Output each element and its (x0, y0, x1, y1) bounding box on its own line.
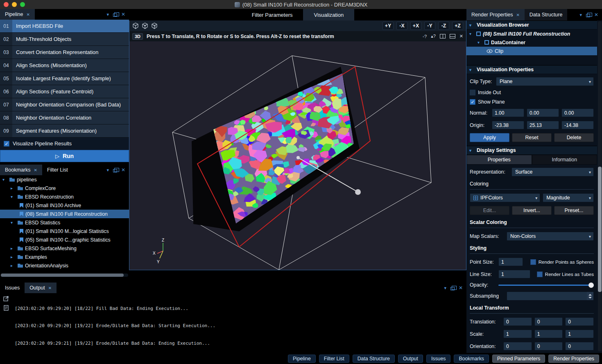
render-points-as-spheres-checkbox[interactable] (530, 259, 536, 265)
pipeline-filter-row[interactable]: 08 Neighbor Orientation Correlation (0, 111, 129, 124)
toggle-data-structure-button[interactable]: Data Structure (353, 355, 395, 363)
clip-type-dropdown[interactable]: Plane (496, 77, 594, 86)
eye-icon[interactable] (487, 49, 493, 53)
tree-item-small-in100-full-reconstruction[interactable]: (08) Small IN100 Full Reconstruction (0, 210, 129, 218)
origin-z-field[interactable] (561, 121, 594, 129)
split-horizontal-icon[interactable] (450, 34, 455, 38)
pipeline-filter-row[interactable]: 01 Import H5EBSD File (0, 20, 129, 33)
bookmarks-menu-caret-icon[interactable] (106, 167, 109, 173)
tree-item-small-in100-archive[interactable]: (01) Small IN100 Archive (0, 201, 129, 210)
scrollbar-thumb[interactable] (1, 274, 124, 277)
translation-y-field[interactable] (534, 317, 563, 326)
visualize-results-checkbox[interactable] (4, 141, 9, 147)
zoom-window-button[interactable] (20, 2, 25, 7)
visualization-browser-header[interactable]: Visualization Browser (466, 20, 597, 29)
display-settings-header[interactable]: Display Settings (466, 146, 597, 155)
minimize-window-button[interactable] (12, 2, 17, 7)
chevron-right-icon[interactable] (11, 246, 16, 251)
right-undock-icon[interactable] (586, 14, 590, 17)
chevron-right-icon[interactable] (11, 186, 16, 190)
translation-z-field[interactable] (565, 317, 594, 326)
translation-x-field[interactable] (503, 317, 532, 326)
coloring-component-dropdown[interactable]: Magnitude (543, 193, 594, 202)
chevron-down-icon[interactable] (469, 32, 474, 36)
split-vertical-icon[interactable] (440, 34, 446, 38)
camera-minus-y-button[interactable]: -Y (424, 22, 435, 30)
browser-item-datacontainer[interactable]: DataContainer (466, 38, 597, 47)
mode-3d-badge[interactable]: 3D (132, 33, 143, 40)
toggle-issues-button[interactable]: Issues (426, 355, 451, 363)
pipeline-filter-row[interactable]: 03 Convert Orientation Representation (0, 46, 129, 59)
scrollbar-thumb[interactable] (598, 167, 602, 292)
camera-plus-z-button[interactable]: +Z (452, 22, 463, 30)
projection-cube-icon[interactable] (151, 23, 158, 29)
tab-filter-parameters[interactable]: Filter Parameters (241, 9, 303, 20)
right-menu-caret-icon[interactable] (579, 12, 582, 18)
bookmarks-horizontal-scrollbar[interactable] (1, 274, 128, 277)
pipeline-menu-caret-icon[interactable] (106, 11, 109, 17)
origin-y-field[interactable] (527, 121, 559, 129)
pipeline-filter-row[interactable]: 04 Align Sections (Misorientation) (0, 59, 129, 72)
orientation-z-field[interactable] (565, 342, 594, 350)
toggle-output-button[interactable]: Output (398, 355, 423, 363)
toggle-filter-list-button[interactable]: Filter List (319, 355, 349, 363)
visualization-properties-header[interactable]: Visualization Properties (466, 65, 597, 74)
tab-filter-list[interactable]: Filter List (42, 165, 73, 175)
map-scalars-dropdown[interactable]: Non-Colors (507, 232, 594, 241)
3d-viewport-canvas[interactable]: Z X Y (129, 41, 466, 270)
apply-button[interactable]: Apply (470, 133, 509, 142)
tab-pipeline[interactable]: Pipeline (0, 9, 35, 20)
export-log-icon[interactable] (3, 295, 9, 302)
tab-properties[interactable]: Properties (466, 155, 532, 165)
tree-item-morphological-statistics[interactable]: (01) Small IN100 M...logical Statistics (0, 227, 129, 235)
console-log[interactable]: [2023:02:20 09:29:20] [18/22] Fill Bad D… (12, 293, 466, 353)
tab-information[interactable]: Information (532, 155, 597, 165)
camera-plus-x-button[interactable]: +X (410, 22, 421, 30)
opacity-slider[interactable] (498, 282, 594, 288)
coloring-array-dropdown[interactable]: IPFColors (470, 193, 540, 202)
scale-y-field[interactable] (534, 330, 563, 338)
point-size-field[interactable] (498, 258, 523, 266)
camera-plus-y-button[interactable]: +Y (382, 22, 394, 30)
tree-item-ebsd-statistics[interactable]: EBSD Statistics (0, 218, 129, 227)
tree-item-ebsd-surfacemeshing[interactable]: EBSD SurfaceMeshing (0, 244, 129, 253)
invert-colors-button[interactable]: Invert... (512, 206, 552, 215)
preset-colors-button[interactable]: Preset... (554, 206, 594, 215)
pipeline-close-icon[interactable] (121, 11, 125, 17)
origin-x-field[interactable] (492, 121, 524, 129)
delete-button[interactable]: Delete (554, 133, 594, 142)
tab-output[interactable]: Output (25, 283, 57, 293)
close-window-button[interactable] (4, 2, 9, 7)
tab-data-structure[interactable]: Data Structure (525, 9, 568, 20)
normal-y-field[interactable] (527, 109, 559, 117)
tree-item-orientationanalysis[interactable]: OrientationAnalysis (0, 261, 129, 270)
spin-up-icon[interactable] (588, 294, 592, 296)
orientation-x-field[interactable] (503, 342, 532, 350)
orientation-y-field[interactable] (534, 342, 563, 350)
reset-view-cube-icon[interactable] (132, 23, 139, 29)
chevron-down-icon[interactable] (469, 148, 474, 153)
close-viewport-icon[interactable] (459, 34, 463, 39)
browser-item-clip[interactable]: Clip (466, 47, 597, 55)
tree-item-examples[interactable]: Examples (0, 253, 129, 261)
chevron-down-icon[interactable] (11, 194, 16, 199)
camera-view-cube-icon[interactable] (142, 23, 148, 29)
inside-out-checkbox[interactable] (470, 90, 475, 95)
tab-issues[interactable]: Issues (0, 283, 25, 293)
chevron-down-icon[interactable] (478, 40, 482, 45)
normal-z-field[interactable] (561, 109, 594, 117)
tree-item-pipelines[interactable]: pipelines (0, 175, 129, 184)
right-panel-scrollbar[interactable] (598, 21, 602, 351)
bookmarks-undock-icon[interactable] (113, 169, 117, 172)
output-close-icon[interactable] (459, 285, 463, 291)
normal-x-field[interactable] (492, 109, 524, 117)
bookmarks-close-icon[interactable] (121, 167, 125, 173)
pipeline-filter-row[interactable]: 06 Align Sections (Feature Centroid) (0, 85, 129, 98)
chevron-right-icon[interactable] (11, 255, 16, 259)
chevron-down-icon[interactable] (469, 23, 474, 27)
scale-z-field[interactable] (565, 330, 594, 338)
pipeline-filter-row[interactable]: 05 Isolate Largest Feature (Identify Sam… (0, 72, 129, 85)
close-render-properties-tab-icon[interactable] (516, 12, 519, 18)
slider-thumb[interactable] (588, 283, 594, 288)
output-menu-caret-icon[interactable] (444, 285, 446, 291)
